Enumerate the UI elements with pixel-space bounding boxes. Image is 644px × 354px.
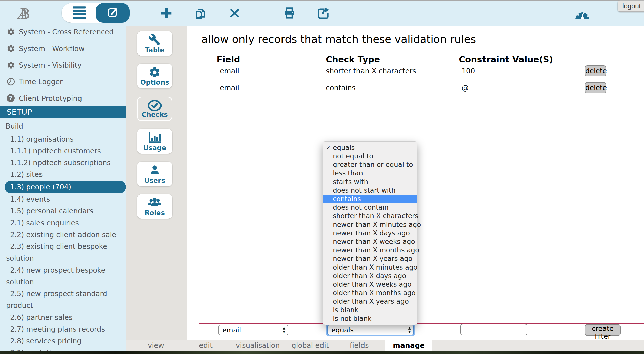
dropdown-option[interactable]: ✓does not start with — [323, 186, 417, 195]
dropdown-option[interactable]: ✓newer than X months ago — [323, 246, 417, 254]
dropdown-option[interactable]: ✓older than X days ago — [323, 272, 417, 280]
filter-bar-rule — [199, 323, 644, 324]
bottom-tab-bar: view edit visualisation global edit fiel… — [126, 340, 644, 351]
tab[interactable]: view — [140, 340, 172, 351]
dropdown-option[interactable]: ✓is blank — [323, 306, 417, 314]
check-type-dropdown-menu: ✓equals ✓not equal to ✓greater than or e… — [323, 141, 417, 325]
constraint-value-input[interactable] — [460, 324, 527, 335]
sidebar-item[interactable]: 1.1.2) npdtech subscriptions — [0, 157, 126, 169]
desktop-edge-strip — [0, 351, 644, 354]
sidebar-item[interactable]: 2.2) existing client addon sale — [0, 229, 126, 241]
dropdown-option[interactable]: ✓starts with — [323, 178, 417, 186]
dropdown-option[interactable]: ✓newer than X years ago — [323, 254, 417, 263]
dropdown-option[interactable]: ✓older than X weeks ago — [323, 280, 417, 289]
bar-chart-icon — [148, 131, 161, 144]
rail-button-users[interactable]: Users — [137, 162, 172, 186]
cell-constraint-value: 100 — [462, 67, 475, 75]
users-icon — [148, 197, 162, 209]
rail-button-label: Table — [145, 46, 164, 54]
rail-button-label: Users — [144, 177, 165, 184]
tab[interactable]: visualisation — [228, 340, 288, 351]
tab[interactable]: manage — [385, 340, 432, 351]
sidebar-item[interactable]: 1.1.1) npdtech customers — [0, 145, 126, 157]
rail-button-label: Usage — [143, 144, 166, 152]
edit-mode-button[interactable] — [96, 3, 130, 23]
sidebar-item-label: Client Prototyping — [19, 94, 82, 103]
dropdown-option[interactable]: ✓shorter than X characters — [323, 212, 417, 220]
printer-icon[interactable] — [283, 6, 296, 20]
check-type-select[interactable]: equals ▲▼ — [327, 325, 414, 335]
field-select[interactable]: email ▲▼ — [218, 325, 288, 335]
sidebar-item[interactable]: 2.1) sales enquiries — [0, 217, 126, 229]
question-icon: ? — [7, 94, 15, 103]
sidebar-item-system-workflow[interactable]: System - Workflow — [0, 40, 126, 57]
delete-record-icon[interactable] — [229, 8, 240, 19]
rail-button-label: Roles — [145, 209, 165, 217]
rail-button-roles[interactable]: Roles — [137, 194, 172, 219]
app-window: AB logout System - Cr — [0, 0, 644, 354]
table-row: email shorter than X characters 100 dele… — [0, 65, 644, 77]
dropdown-option[interactable]: ✓does not contain — [323, 203, 417, 212]
tab[interactable]: global edit — [284, 340, 336, 351]
dropdown-option[interactable]: ✓less than — [323, 169, 417, 178]
rail-button-checks[interactable]: Checks — [137, 97, 172, 121]
sidebar-item[interactable]: 2.5) new prospect standard product — [0, 288, 126, 312]
dropdown-option[interactable]: ✓newer than X weeks ago — [323, 237, 417, 246]
rail-button-label: Checks — [142, 111, 168, 118]
cell-field: email — [220, 84, 239, 92]
create-filter-button[interactable]: create filter — [585, 324, 621, 336]
gauge-icon[interactable] — [574, 7, 590, 19]
tab[interactable]: fields — [342, 340, 376, 351]
dropdown-option[interactable]: ✓newer than X minutes ago — [323, 220, 417, 229]
select-arrows-icon: ▲▼ — [408, 326, 411, 334]
rail-button-usage[interactable]: Usage — [137, 129, 172, 154]
dropdown-option[interactable]: ✓older than X months ago — [323, 289, 417, 297]
sidebar-item[interactable]: 1.3) people (704) — [5, 181, 126, 193]
cell-constraint-value: @ — [462, 84, 469, 92]
dropdown-option[interactable]: ✓is not blank — [323, 314, 417, 323]
sidebar-item[interactable]: 2.3) existing client bespoke solution — [0, 241, 126, 264]
add-record-icon[interactable] — [159, 6, 173, 20]
column-header-field: Field — [217, 54, 240, 64]
dropdown-option[interactable]: ✓older than X years ago — [323, 297, 417, 306]
sidebar-item[interactable]: 1.4) events — [0, 193, 126, 205]
page-title: allow only records that match these vali… — [201, 33, 476, 46]
copy-icon[interactable] — [194, 6, 207, 20]
dropdown-option[interactable]: ✓contains — [323, 195, 417, 203]
rail-button-table[interactable]: Table — [137, 31, 172, 56]
hamburger-icon — [72, 6, 87, 20]
dropdown-option[interactable]: ✓not equal to — [323, 152, 417, 160]
dropdown-option[interactable]: ✓equals — [323, 143, 417, 152]
wrench-icon — [149, 34, 161, 46]
sidebar-item[interactable]: 1.1) organisations — [0, 133, 126, 145]
title-underline — [201, 46, 644, 46]
sidebar-item[interactable]: 2.4) new prospect bespoke solution — [0, 264, 126, 288]
sidebar-item-label: System - Workflow — [19, 45, 85, 53]
field-select-value: email — [222, 326, 241, 334]
delete-button[interactable]: delete — [585, 65, 606, 76]
menu-toggle-button[interactable] — [62, 3, 97, 23]
sidebar-item[interactable]: 2.8) services pricing — [0, 335, 126, 347]
dropdown-option[interactable]: ✓greater than or equal to — [323, 160, 417, 169]
delete-button[interactable]: delete — [585, 82, 606, 93]
logout-button[interactable]: logout — [618, 0, 644, 12]
view-mode-toggle[interactable] — [62, 3, 130, 23]
sidebar-item[interactable]: 1.5) personal calendars — [0, 205, 126, 217]
select-arrows-icon: ▲▼ — [283, 326, 285, 334]
app-logo: AB — [17, 6, 52, 22]
sidebar-item-system-cross-referenced[interactable]: System - Cross Referenced — [0, 24, 126, 40]
sidebar-section-setup[interactable]: SETUP — [0, 106, 126, 118]
dropdown-option[interactable]: ✓older than X minutes ago — [323, 263, 417, 272]
cell-check-type: shorter than X characters — [326, 67, 416, 75]
user-icon — [149, 164, 161, 176]
sidebar-item[interactable]: 2.7) meeting plans records — [0, 323, 126, 335]
sidebar-item[interactable]: 1.2) sites — [0, 169, 126, 181]
dropdown-option[interactable]: ✓newer than X days ago — [323, 229, 417, 237]
table-row: email contains @ delete — [0, 82, 644, 94]
cell-field: email — [220, 67, 239, 75]
share-icon[interactable] — [316, 6, 330, 20]
tab[interactable]: edit — [191, 340, 220, 351]
sidebar-item-label: System - Cross Referenced — [19, 28, 114, 36]
sidebar-item[interactable]: 2.6) partner sales — [0, 312, 126, 323]
sidebar-build-list: 1.1) organisations 1.1.1) npdtech custom… — [0, 133, 126, 354]
